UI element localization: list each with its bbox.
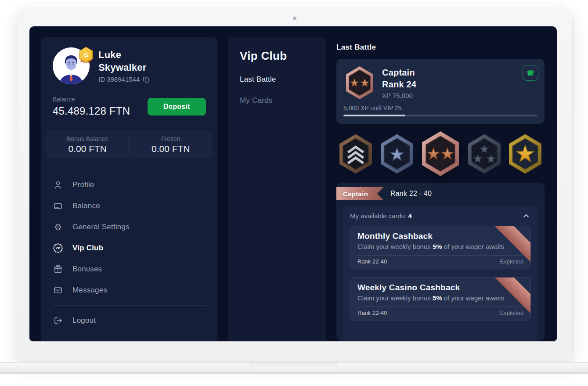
deposit-button[interactable]: Deposit [148,98,206,115]
bonus-card-title: Weekly Casino Cashback [357,283,523,292]
green-cards-icon [526,69,535,77]
camera-dot [293,17,296,20]
available-cards-panel: My available cards: 4 Monthly Cashback [343,206,538,341]
svg-text:G: G [84,52,88,58]
sidebar-item-messages[interactable]: Messages [53,280,206,301]
bonus-card-rank: Rank 22-40 [357,310,387,316]
divider [53,305,206,306]
frozen-balance-value: 0.00 FTN [130,144,213,154]
xp-progress-bar [343,115,537,116]
vip-subnav: Vip Club Last Battle My Cards [228,37,326,341]
balance-block: Balance 45.489.128 FTN [53,96,130,117]
view-cards-button[interactable] [523,65,538,81]
tier-range-label: Rank 22 - 40 [390,190,432,198]
credit-card-icon [53,201,63,211]
tier-ribbon: Captain [336,187,384,200]
laptop-base [0,362,588,374]
sidebar-item-label: Profile [72,180,94,189]
envelope-icon [53,285,63,295]
rank-name: Captain [382,67,416,79]
bonus-card-monthly-cashback: Monthly Cashback Claim your weekly bonus… [350,226,531,269]
bonus-card-status: Exploited [500,258,523,265]
frozen-balance-label: Frozen [130,135,213,142]
bonus-card-weekly-casino-cashback: Weekly Casino Cashback Claim your weekly… [350,277,531,321]
profile-block: G Luke Skywalker ID 398941544 [53,47,206,84]
sidebar-item-label: Bonuses [72,265,102,274]
frozen-balance-cell: Frozen 0.00 FTN [130,135,213,154]
svg-text:VIP: VIP [56,247,60,249]
xp-progress-fill [343,115,405,116]
balance-label: Balance [53,96,130,103]
balance-value: 45.489.128 FTN [53,105,130,117]
sub-balances-panel: Bonus Balance 0.00 FTN Frozen 0.00 FTN [46,130,212,159]
rank-summary-card: Captain Rank 24 XP 75,000 5,000 XP until… [336,59,545,124]
user-icon [53,180,63,190]
available-cards-header[interactable]: My available cards: 4 [350,212,531,220]
page-title: Last Battle [336,43,545,52]
gift-icon [53,264,63,274]
bonus-card-rank: Rank 22-40 [357,258,387,265]
account-sidebar: G Luke Skywalker ID 398941544 [41,37,217,341]
dark-three-stars-badge-icon [465,133,504,175]
gold-star-badge-icon [506,133,545,175]
last-battle-content: Last Battle Captain Rank 24 XP 75,000 [336,37,545,341]
rank-badges-row [336,133,545,175]
gear-icon: ⚙ [53,222,63,232]
laptop-bezel: G Luke Skywalker ID 398941544 [17,5,573,361]
bonus-card-description: Claim your weekly bonus 5% of your wager… [357,242,509,251]
divider [357,307,523,307]
avatar-wrap: G [53,47,90,84]
tab-last-battle[interactable]: Last Battle [240,75,315,84]
bonus-card-status: Exploited [500,310,523,316]
sidebar-item-label: Vip Club [72,244,103,253]
sidebar-item-general-settings[interactable]: ⚙ General Settings [53,216,206,238]
divider [357,255,523,256]
tab-my-cards[interactable]: My Cards [240,96,315,105]
level-badge-icon: G [78,46,94,64]
available-cards-label: My available cards: [350,212,408,220]
vip-seal-icon: VIP [53,243,63,253]
sidebar-item-label: Messages [72,286,107,295]
chevron-up-icon[interactable] [521,213,531,219]
bonus-balance-label: Bonus Balance [46,135,129,142]
sidebar-item-label: Balance [72,202,100,210]
available-cards-count: 4 [408,212,412,220]
sidebar-item-balance[interactable]: Balance [53,195,206,216]
bronze-chevrons-badge-icon [336,133,375,175]
sidebar-item-label: General Settings [72,223,130,231]
vip-club-title: Vip Club [240,49,315,63]
rose-two-stars-badge-icon-active [418,130,462,178]
bonus-balance-value: 0.00 FTN [46,144,129,154]
rose-two-stars-badge-icon [343,65,376,101]
bonus-card-description: Claim your weekly bonus 5% of your wager… [357,294,509,303]
sidebar-item-bonuses[interactable]: Bonuses [53,259,206,280]
user-first-name: Luke [98,48,150,61]
laptop-base-notch [250,363,338,371]
user-id: ID 398941544 [98,76,140,83]
xp-until-label: 5,000 XP until VIP 25 [343,105,537,112]
bonus-balance-cell: Bonus Balance 0.00 FTN [46,135,129,154]
logout-icon [53,316,63,325]
logout-label: Logout [72,316,96,325]
user-last-name: Skywalker [98,61,150,74]
sidebar-item-profile[interactable]: Profile [53,174,206,195]
rank-xp: XP 75,000 [382,92,416,99]
bonus-card-title: Monthly Cashback [357,231,523,241]
sidebar-menu: Profile Balance ⚙ General Settings [53,174,206,301]
sidebar-item-vip-club[interactable]: VIP Vip Club [53,238,206,259]
logout-menu: Logout [53,310,206,331]
app-screen: G Luke Skywalker ID 398941544 [29,26,557,341]
logout-button[interactable]: Logout [53,310,206,331]
steel-one-star-badge-icon [378,133,416,175]
copy-icon[interactable] [143,76,150,83]
rank-number: Rank 24 [382,79,416,90]
tier-section: Captain Rank 22 - 40 My available cards:… [336,183,545,341]
